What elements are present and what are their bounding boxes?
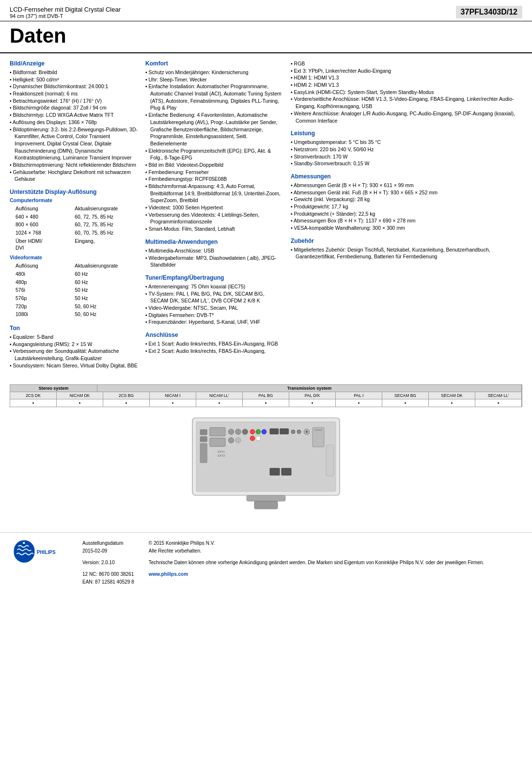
list-item: HDMI 2: HDMI V1.3	[291, 81, 522, 89]
section-anschluesse: Anschlüsse Ext 1 Scart: Audio links/rech…	[145, 332, 283, 354]
stereo-dot: •	[289, 399, 336, 407]
list-item: Digitales Fernsehen: DVB-T*	[145, 312, 283, 319]
svg-rect-26	[282, 468, 291, 475]
svg-point-14	[262, 429, 266, 434]
abmessungen-list: Abmessungen Gerät (B × H × T): 930 × 611…	[291, 182, 522, 232]
list-item: Umgebungstemperatur: 5 °C bis 35 °C	[291, 139, 522, 146]
header-right: 37PFL3403D/12	[456, 6, 522, 18]
rate-label: Aktualisierungsrate	[70, 262, 137, 269]
res-value: 1024 × 768	[11, 229, 69, 237]
computer-resolution-table: AuflösungAktualisierungsrate 640 × 48060…	[10, 204, 138, 253]
svg-rect-24	[314, 429, 322, 430]
res-value: 800 × 600	[11, 221, 69, 228]
list-item: Ext 3: YPbPr, Linker/rechter Audio-Einga…	[291, 67, 522, 75]
list-item: TV-System: PAL I, PAL B/G, PAL D/K, SECA…	[145, 290, 283, 304]
res-value: Über HDMI/DVI	[11, 238, 69, 252]
section-title-komfort: Komfort	[145, 60, 283, 67]
list-item: Verbesserung des Videotexts: 4 Lieblings…	[145, 211, 283, 225]
list-item: Einfache Bedienung: 4 Favoritenlisten, A…	[145, 111, 283, 147]
svg-point-22	[306, 431, 308, 433]
list-item: Elektronische Programmzeitschrift (EPG):…	[145, 147, 283, 161]
svg-point-8	[235, 429, 241, 435]
section-title-tuner: Tuner/Empfang/Übertragung	[145, 274, 283, 281]
list-item: Bildschirmformat-Anpassung: 4:3, Auto Fo…	[145, 183, 283, 204]
res-value: 576p	[11, 295, 69, 302]
bild-anzeige-list: Bildformat: Breitbild Helligkeit: 500 cd…	[10, 69, 138, 183]
section-tuner: Tuner/Empfang/Übertragung Antenneneingan…	[145, 274, 283, 326]
rate-value: 60 Hz	[70, 270, 137, 278]
list-item: Mitgeliefertes Zubehör: Design Tischfuß,…	[291, 246, 522, 260]
model-number: 37PFL3403D/12	[456, 6, 522, 18]
rate-value: 60, 70, 75, 85 Hz	[70, 229, 137, 237]
section-anschluesse-cont: RGB Ext 3: YPbPr, Linker/rechter Audio-E…	[291, 60, 522, 124]
svg-text:PHILIPS: PHILIPS	[37, 550, 56, 555]
list-item: Vordere/seitliche Anschlüsse: HDMI V1.3,…	[291, 95, 522, 110]
ausstellungsdatum-label: Ausstellungsdatum	[82, 539, 134, 547]
table-row: 800 × 60060, 72, 75, 85 Hz	[11, 221, 137, 228]
stereo-dot: •	[150, 399, 196, 407]
svg-rect-5	[210, 428, 225, 436]
stereo-group-right: Transmission system	[97, 385, 522, 392]
product-subtitle: 94 cm (37") mit DVB-T	[10, 13, 121, 19]
list-item: Helligkeit: 500 cd/m²	[10, 76, 138, 83]
rate-label: Aktualisierungsrate	[70, 205, 137, 212]
res-value: 1080i	[11, 311, 69, 318]
ton-list: Equalizer: 5-Band Ausgangsleistung (RMS)…	[10, 333, 138, 369]
table-row: 576i50 Hz	[11, 286, 137, 294]
list-item: Ext 1 Scart: Audio links/rechts, FBAS-Ei…	[145, 340, 283, 348]
philips-logo-svg: PHILIPS	[10, 539, 58, 564]
version-label: Version: 2.0.10	[82, 559, 134, 567]
rate-value: 50 Hz	[70, 286, 137, 294]
list-item: Bildschirmoptimierung: Nicht reflektiere…	[10, 161, 138, 169]
svg-point-10	[228, 438, 234, 443]
komfort-list: Schutz von Minderjährigen: Kindersicheru…	[145, 69, 283, 233]
footer-right: © 2015 Koninklijke Philips N.V. Alle Rec…	[149, 539, 522, 586]
list-item: Verbesserung der Soundqualität: Automati…	[10, 348, 138, 362]
stereo-dot: •	[103, 399, 150, 407]
stereo-col: SECAM LL'	[475, 392, 522, 399]
section-title-display: Unterstützte Display-Auflösung	[10, 189, 138, 195]
rate-value: 60 Hz	[70, 279, 137, 286]
res-value: 480p	[11, 279, 69, 286]
list-item: Abmessungen Gerät (B × H × T): 930 × 611…	[291, 182, 522, 189]
list-item: Equalizer: 5-Band	[10, 333, 138, 341]
rate-value: 60, 72, 75, 85 Hz	[70, 221, 137, 228]
tv-back-svg: EXT1 EXT2 HDMI1 HDMI2 HDMI2 HDMI1	[188, 413, 344, 515]
section-komfort: Komfort Schutz von Minderjährigen: Kinde…	[145, 60, 283, 233]
website[interactable]: www.philips.com	[149, 570, 522, 578]
section-ton: Ton Equalizer: 5-Band Ausgangsleistung (…	[10, 325, 138, 369]
list-item: Auflösung des Displays: 1366 × 768p	[10, 119, 138, 126]
table-row: 1024 × 76860, 70, 75, 85 Hz	[11, 229, 137, 237]
section-title-anschluesse: Anschlüsse	[145, 332, 283, 338]
rate-value: 50, 60 Hz	[70, 303, 137, 310]
list-item: Reaktionszeit (normal): 6 ms	[10, 90, 138, 97]
ausstellungsdatum-value: 2015-02-09	[82, 547, 134, 555]
list-item: Soundsystem: Nicam Stereo, Virtual Dolby…	[10, 362, 138, 369]
stereo-dot: •	[196, 399, 243, 407]
stereo-col: 2CS DK	[10, 392, 57, 399]
sub-title-video: Videoformate	[10, 254, 138, 260]
table-row: AuflösungAktualisierungsrate	[11, 205, 137, 212]
list-item: EasyLink (HDMI-CEC): System-Start, Syste…	[291, 89, 522, 96]
section-abmessungen: Abmessungen Abmessungen Gerät (B × H × T…	[291, 173, 522, 232]
svg-point-9	[242, 429, 248, 435]
svg-rect-6	[210, 438, 225, 447]
nc-label: 12 NC: 8670 000 38261	[82, 570, 134, 578]
product-title: LCD-Fernseher mit Digital Crystal Clear	[10, 6, 121, 13]
list-item: Bildformat: Breitbild	[10, 69, 138, 76]
disclaimer: Technische Daten können ohne vorherige A…	[149, 559, 522, 567]
svg-rect-35	[254, 501, 278, 509]
footer: PHILIPS Ausstellungsdatum 2015-02-09 Ver…	[0, 532, 532, 593]
svg-text:EXT2: EXT2	[218, 454, 225, 457]
stereo-col: SECAM DK	[429, 392, 475, 399]
res-label: Auflösung	[11, 262, 69, 269]
copyright: © 2015 Koninklijke Philips N.V.	[149, 539, 522, 547]
list-item: Ausgangsleistung (RMS): 2 × 15 W	[10, 341, 138, 348]
list-item: Wiedergabeformate: MP3, Diashowdateien (…	[145, 254, 283, 269]
svg-text:EXT1: EXT1	[218, 450, 225, 453]
stereo-col: PAL I	[336, 392, 382, 399]
list-item: Uhr: Sleep-Timer, Wecker	[145, 76, 283, 83]
svg-point-19	[291, 430, 295, 434]
list-item: Gehäusefarbe: Hochglanz Dekofront mit sc…	[10, 169, 138, 183]
section-title-zubehoer: Zubehör	[291, 238, 522, 244]
